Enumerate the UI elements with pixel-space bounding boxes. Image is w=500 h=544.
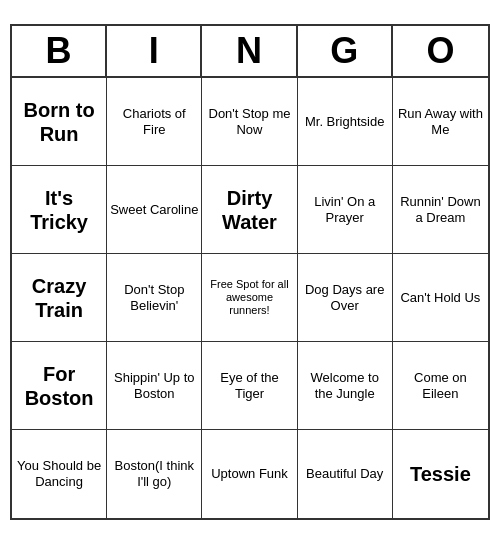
header-letter-o: O [393,26,488,76]
bingo-cell-21[interactable]: Boston(I think I'll go) [107,430,202,518]
bingo-cell-9[interactable]: Runnin' Down a Dream [393,166,488,254]
bingo-cell-0[interactable]: Born to Run [12,78,107,166]
bingo-cell-3[interactable]: Mr. Brightside [298,78,393,166]
bingo-cell-22[interactable]: Uptown Funk [202,430,297,518]
bingo-header: BINGO [12,26,488,78]
bingo-cell-2[interactable]: Don't Stop me Now [202,78,297,166]
bingo-cell-7[interactable]: Dirty Water [202,166,297,254]
bingo-grid: Born to RunChariots of FireDon't Stop me… [12,78,488,518]
bingo-cell-8[interactable]: Livin' On a Prayer [298,166,393,254]
bingo-cell-18[interactable]: Welcome to the Jungle [298,342,393,430]
header-letter-g: G [298,26,393,76]
bingo-cell-11[interactable]: Don't Stop Believin' [107,254,202,342]
bingo-cell-14[interactable]: Can't Hold Us [393,254,488,342]
bingo-cell-19[interactable]: Come on Eileen [393,342,488,430]
bingo-cell-20[interactable]: You Should be Dancing [12,430,107,518]
bingo-card: BINGO Born to RunChariots of FireDon't S… [10,24,490,520]
header-letter-b: B [12,26,107,76]
bingo-cell-13[interactable]: Dog Days are Over [298,254,393,342]
bingo-cell-15[interactable]: For Boston [12,342,107,430]
bingo-cell-5[interactable]: It's Tricky [12,166,107,254]
bingo-cell-16[interactable]: Shippin' Up to Boston [107,342,202,430]
bingo-cell-17[interactable]: Eye of the Tiger [202,342,297,430]
bingo-cell-10[interactable]: Crazy Train [12,254,107,342]
header-letter-i: I [107,26,202,76]
bingo-cell-4[interactable]: Run Away with Me [393,78,488,166]
header-letter-n: N [202,26,297,76]
bingo-cell-6[interactable]: Sweet Caroline [107,166,202,254]
bingo-cell-24[interactable]: Tessie [393,430,488,518]
bingo-cell-1[interactable]: Chariots of Fire [107,78,202,166]
bingo-cell-12[interactable]: Free Spot for all awesome runners! [202,254,297,342]
bingo-cell-23[interactable]: Beautiful Day [298,430,393,518]
